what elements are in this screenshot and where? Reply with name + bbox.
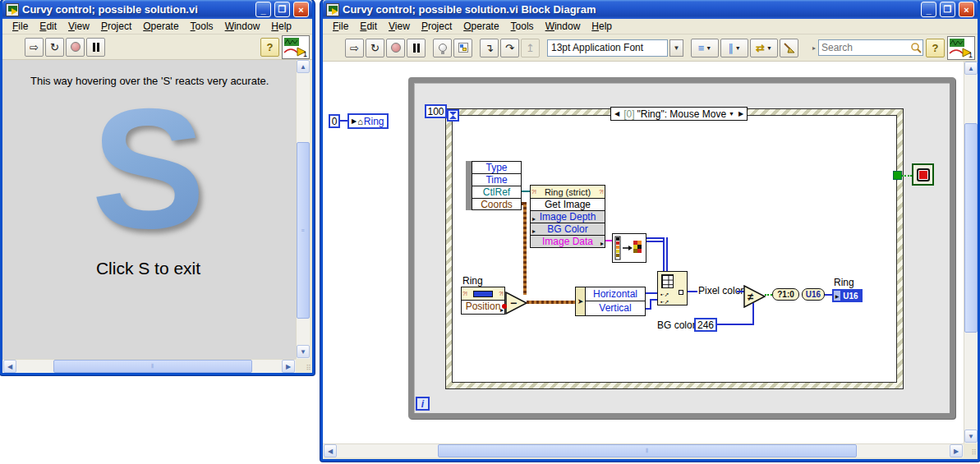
ring-local-variable-output[interactable]: ▶ U16	[832, 289, 863, 302]
wire-coords-v[interactable]	[523, 202, 527, 295]
ring-local-variable-write[interactable]: ▶ ⌂ Ring	[347, 113, 389, 129]
event-tunnel[interactable]	[893, 171, 902, 180]
diagram-vscrollbar[interactable]: ▲ ▼	[964, 62, 978, 443]
property-node-label[interactable]: Ring	[462, 275, 483, 287]
next-case-icon[interactable]: ▶	[737, 110, 745, 117]
event-data-time[interactable]: Time	[472, 173, 522, 186]
scroll-left-button[interactable]: ◀	[324, 444, 337, 457]
retain-wire-values-button[interactable]	[453, 39, 472, 57]
hscroll-thumb[interactable]: ⦀	[438, 444, 857, 457]
bg-color-constant[interactable]: 246	[694, 318, 717, 332]
previous-case-icon[interactable]: ◀	[613, 110, 621, 117]
invoke-param-bg-color[interactable]: ▸BG Color	[530, 223, 605, 236]
wire-ctlref[interactable]	[522, 191, 530, 192]
maximize-button[interactable]: ❐	[274, 2, 290, 17]
close-button[interactable]: ×	[959, 2, 974, 17]
scroll-down-button[interactable]: ▼	[964, 430, 978, 443]
search-box[interactable]	[818, 39, 923, 56]
highlight-execution-button[interactable]	[433, 39, 452, 57]
menu-file[interactable]: File	[7, 19, 34, 34]
front-panel-hscrollbar[interactable]: ◀ ⦀ ▶	[2, 359, 296, 373]
scroll-up-button[interactable]: ▲	[297, 60, 310, 73]
menu-edit[interactable]: Edit	[34, 19, 62, 34]
menu-help[interactable]: Help	[265, 19, 297, 34]
vscroll-thumb[interactable]: ≡	[297, 142, 310, 319]
resize-grip[interactable]: ⠿	[296, 359, 312, 372]
timeout-terminal[interactable]	[447, 109, 459, 122]
vi-icon-pane[interactable]: 1	[947, 36, 975, 60]
menu-file[interactable]: File	[327, 19, 354, 34]
step-into-button[interactable]: ↴	[480, 39, 499, 57]
abort-button[interactable]	[66, 38, 85, 57]
menu-tools[interactable]: Tools	[185, 19, 219, 34]
step-over-button[interactable]: ↷	[500, 39, 519, 57]
menu-project[interactable]: Project	[416, 19, 458, 34]
menu-window[interactable]: Window	[540, 19, 587, 34]
subtract-node[interactable]: −	[505, 292, 528, 315]
ring-output-label[interactable]: Ring	[834, 277, 854, 288]
unbundle-horizontal[interactable]: Horizontal	[586, 287, 646, 301]
scroll-down-button[interactable]: ▼	[297, 345, 310, 358]
abort-button[interactable]	[386, 39, 405, 57]
curvy-s-control[interactable]: S	[2, 83, 294, 254]
resize-grip[interactable]: ⠿	[964, 443, 978, 457]
hscroll-thumb[interactable]: ⦀	[53, 360, 252, 373]
menu-edit[interactable]: Edit	[354, 19, 383, 34]
vscroll-thumb[interactable]	[964, 123, 978, 333]
wire-2d-array-v[interactable]	[663, 237, 668, 271]
ring-init-constant[interactable]: 0	[329, 114, 340, 128]
menu-operate[interactable]: Operate	[458, 19, 504, 34]
pause-button[interactable]	[86, 38, 105, 57]
wire-image-data[interactable]	[605, 240, 612, 241]
unbundle-by-name-node[interactable]: ➤ Horizontal Vertical	[575, 287, 646, 316]
wire-vertical-3[interactable]	[650, 299, 657, 301]
wire-stop[interactable]	[902, 175, 912, 177]
scroll-left-button[interactable]: ◀	[3, 360, 16, 373]
search-input[interactable]	[819, 42, 909, 53]
run-button[interactable]: ⇨	[345, 39, 364, 57]
event-data-ctlref[interactable]: CtlRef	[472, 186, 522, 198]
event-data-type[interactable]: Type	[472, 161, 522, 173]
event-data-node[interactable]: Type Time CtlRef Coords	[466, 161, 522, 210]
wire-bg-2[interactable]	[752, 303, 754, 325]
invoke-method-get-image[interactable]: Get Image	[530, 199, 605, 211]
to-u16-node[interactable]: U16	[802, 288, 825, 301]
vi-icon-pane[interactable]: 1	[282, 35, 310, 59]
scroll-up-button[interactable]: ▲	[964, 62, 978, 75]
run-continuous-button[interactable]: ↻	[366, 39, 384, 57]
font-selector[interactable]: 13pt Application Font	[547, 39, 668, 57]
case-dropdown-icon[interactable]: ▼	[729, 111, 734, 117]
wire-boolean[interactable]	[765, 294, 772, 296]
bool-to-01-node[interactable]: ?1:0	[772, 288, 799, 301]
wire-u16[interactable]	[825, 294, 832, 296]
menu-view[interactable]: View	[383, 19, 416, 34]
diagram-hscrollbar[interactable]: ◀ ⦀ ▶	[323, 443, 964, 457]
run-continuous-button[interactable]: ↻	[45, 38, 64, 57]
menu-view[interactable]: View	[62, 19, 95, 34]
context-help-button[interactable]: ?	[926, 39, 945, 57]
wire-bg-1[interactable]	[717, 324, 754, 325]
wire-init[interactable]	[340, 120, 347, 122]
search-divider-icon[interactable]: ▸	[812, 44, 816, 52]
minimize-button[interactable]: _	[255, 2, 271, 17]
step-out-button[interactable]: ↥	[521, 39, 540, 57]
front-panel-titlebar[interactable]: Curvy control; possible solution.vi _ ❐ …	[2, 0, 312, 19]
event-data-coords[interactable]: Coords	[472, 198, 522, 210]
block-diagram-titlebar[interactable]: Curvy control; possible solution.vi Bloc…	[323, 0, 978, 19]
minimize-button[interactable]: _	[921, 2, 936, 17]
menu-operate[interactable]: Operate	[137, 19, 184, 34]
front-panel-vscrollbar[interactable]: ▲ ≡ ▼	[296, 60, 310, 359]
run-button[interactable]: ⇨	[25, 38, 44, 57]
distribute-objects-button[interactable]: ∥ ▼	[720, 39, 748, 57]
wire-horizontal[interactable]	[646, 292, 657, 294]
reorder-objects-button[interactable]: ⇄ ▼	[750, 39, 778, 57]
bg-color-label[interactable]: BG color	[657, 319, 696, 331]
scroll-right-button[interactable]: ▶	[950, 444, 963, 457]
index-array-node[interactable]: ▪·➚ ▪·➚	[657, 271, 688, 306]
loop-iteration-terminal[interactable]: i	[416, 397, 430, 411]
pause-button[interactable]	[407, 39, 426, 57]
menu-help[interactable]: Help	[586, 19, 618, 34]
invoke-param-image-data[interactable]: Image Data▸	[530, 236, 605, 248]
event-case-selector[interactable]: ◀ [0] "Ring": Mouse Move ▼ ▶	[610, 107, 748, 121]
timeout-constant[interactable]: 100	[425, 104, 447, 118]
